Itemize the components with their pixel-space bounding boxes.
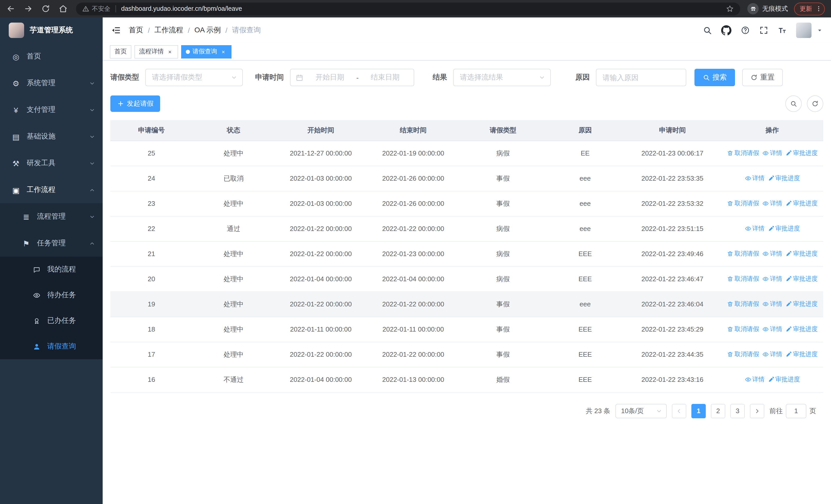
- detail-link[interactable]: 详情: [762, 199, 782, 208]
- cell-status: 处理中: [193, 292, 275, 317]
- sidebar-item-my-process[interactable]: 我的流程: [0, 257, 103, 282]
- tab-process-detail[interactable]: 流程详情 ×: [135, 45, 178, 58]
- cancel-leave-link[interactable]: 取消请假: [727, 274, 759, 283]
- sidebar-item-home[interactable]: ◎ 首页: [0, 43, 103, 70]
- font-size-icon[interactable]: [778, 26, 787, 35]
- detail-link[interactable]: 详情: [762, 274, 782, 283]
- app-header: 首页 / 工作流程 / OA 示例 / 请假查询: [103, 18, 831, 43]
- close-icon[interactable]: ×: [166, 48, 173, 55]
- help-icon[interactable]: [741, 26, 750, 35]
- sidebar-item-leave-query[interactable]: 请假查询: [0, 334, 103, 359]
- security-chip[interactable]: 不安全: [82, 4, 110, 13]
- progress-link[interactable]: 审批进度: [785, 325, 818, 333]
- detail-link[interactable]: 详情: [762, 350, 782, 358]
- sidebar-item-dev-tools[interactable]: ⚒ 研发工具: [0, 150, 103, 177]
- breadcrumb-item[interactable]: 首页: [129, 26, 143, 35]
- eye-icon: [762, 326, 769, 332]
- leave-type-select[interactable]: 请选择请假类型: [145, 69, 243, 86]
- screen: 不安全 dashboard.yudao.iocoder.cn/bpm/oa/le…: [0, 0, 831, 504]
- cancel-leave-link[interactable]: 取消请假: [727, 149, 759, 157]
- search-button[interactable]: 搜索: [694, 69, 735, 86]
- progress-link[interactable]: 审批进度: [785, 299, 818, 308]
- browser-update-button[interactable]: 更新: [794, 2, 825, 15]
- progress-link[interactable]: 审批进度: [785, 199, 818, 208]
- tab-home[interactable]: 首页: [110, 45, 132, 58]
- leave-table-row: 21处理中2022-01-22 00:00:002022-01-23 00:00…: [110, 241, 823, 266]
- page-button-1[interactable]: 1: [691, 404, 706, 418]
- sidebar-item-process-mgmt[interactable]: ≣ 流程管理: [0, 203, 103, 230]
- toggle-search-button[interactable]: [785, 95, 802, 112]
- next-page-button[interactable]: [750, 404, 764, 418]
- cancel-leave-link[interactable]: 取消请假: [727, 249, 759, 258]
- browser-menu-icon[interactable]: [815, 5, 822, 12]
- detail-link[interactable]: 详情: [762, 299, 782, 308]
- page-button-3[interactable]: 3: [730, 404, 745, 418]
- address-bar[interactable]: 不安全 dashboard.yudao.iocoder.cn/bpm/oa/le…: [76, 2, 740, 15]
- sidebar-item-task-mgmt[interactable]: ⚑ 任务管理: [0, 230, 103, 257]
- eye-icon: [31, 291, 41, 299]
- close-icon[interactable]: ×: [220, 48, 227, 55]
- github-icon[interactable]: [721, 25, 732, 35]
- detail-link[interactable]: 详情: [745, 174, 765, 182]
- cancel-leave-link[interactable]: 取消请假: [727, 325, 759, 333]
- progress-link[interactable]: 审批进度: [785, 249, 818, 258]
- apply-time-range-picker[interactable]: 开始日期 - 结束日期: [290, 69, 414, 86]
- avatar-caret-icon[interactable]: [816, 27, 823, 33]
- progress-link[interactable]: 审批进度: [768, 375, 800, 384]
- cancel-leave-link[interactable]: 取消请假: [727, 350, 759, 358]
- incognito-label: 无痕模式: [762, 4, 788, 13]
- progress-link[interactable]: 审批进度: [785, 149, 818, 157]
- sidebar-item-todo-tasks[interactable]: 待办任务: [0, 282, 103, 308]
- sidebar-item-label: 基础设施: [27, 132, 89, 141]
- cancel-leave-link[interactable]: 取消请假: [727, 199, 759, 208]
- reason-input[interactable]: [596, 69, 686, 86]
- browser-back-icon[interactable]: [6, 4, 16, 13]
- detail-link[interactable]: 详情: [762, 149, 782, 157]
- calendar-icon: [296, 73, 303, 81]
- progress-link[interactable]: 审批进度: [785, 350, 818, 358]
- chat-icon: [31, 266, 41, 273]
- detail-link[interactable]: 详情: [762, 249, 782, 258]
- cell-start-time: 2022-01-04 00:00:00: [275, 266, 367, 292]
- chevron-down-icon: [89, 134, 95, 139]
- table-header-row: 申请编号 状态 开始时间 结束时间 请假类型 原因 申请时间 操作: [110, 120, 823, 141]
- sidebar-item-payment-mgmt[interactable]: ¥ 支付管理: [0, 96, 103, 123]
- progress-link[interactable]: 审批进度: [768, 174, 800, 182]
- browser-home-icon[interactable]: [58, 4, 68, 13]
- sidebar-item-workflow[interactable]: ▣ 工作流程: [0, 177, 103, 203]
- page-button-2[interactable]: 2: [711, 404, 725, 418]
- refresh-table-button[interactable]: [807, 95, 823, 112]
- create-leave-button[interactable]: 发起请假: [110, 95, 160, 112]
- app-logo[interactable]: 芋道管理系统: [0, 18, 103, 43]
- progress-link[interactable]: 审批进度: [785, 274, 818, 283]
- goto-page-input[interactable]: [786, 404, 806, 418]
- incognito-indicator: 无痕模式: [747, 3, 788, 14]
- sidebar-item-done-tasks[interactable]: 已办任务: [0, 308, 103, 334]
- detail-link[interactable]: 详情: [762, 325, 782, 333]
- sidebar-item-system-mgmt[interactable]: ⚙ 系统管理: [0, 70, 103, 96]
- cancel-leave-link[interactable]: 取消请假: [727, 299, 759, 308]
- progress-link[interactable]: 审批进度: [768, 224, 800, 233]
- tab-leave-query[interactable]: 请假查询 ×: [181, 45, 231, 58]
- bookmark-star-icon[interactable]: [726, 5, 734, 13]
- detail-link[interactable]: 详情: [745, 375, 765, 384]
- result-select[interactable]: 请选择流结果: [453, 69, 551, 86]
- browser-forward-icon[interactable]: [24, 4, 33, 13]
- edit-icon: [785, 300, 792, 307]
- breadcrumb-item[interactable]: OA 示例: [195, 26, 221, 35]
- prev-page-button[interactable]: [672, 404, 686, 418]
- browser-reload-icon[interactable]: [41, 4, 50, 13]
- user-avatar[interactable]: [796, 23, 811, 38]
- breadcrumb-item[interactable]: 工作流程: [154, 26, 183, 35]
- sidebar-item-infrastructure[interactable]: ▤ 基础设施: [0, 123, 103, 150]
- page-size-select[interactable]: 10条/页: [615, 404, 667, 418]
- fullscreen-icon[interactable]: [759, 26, 768, 35]
- cell-apply-id: 22: [110, 216, 193, 241]
- cell-reason: eee: [547, 191, 624, 216]
- detail-link[interactable]: 详情: [745, 224, 765, 233]
- search-button-label: 搜索: [712, 73, 727, 82]
- url-text[interactable]: dashboard.yudao.iocoder.cn/bpm/oa/leave: [121, 5, 726, 12]
- reset-button[interactable]: 重置: [742, 69, 783, 86]
- sidebar-collapse-icon[interactable]: [111, 25, 121, 35]
- search-icon[interactable]: [703, 26, 712, 35]
